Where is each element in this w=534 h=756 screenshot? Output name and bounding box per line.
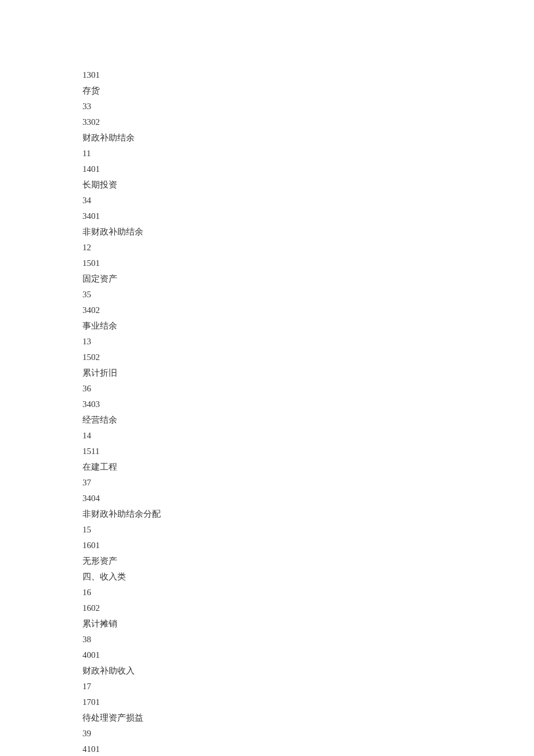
text-line: 14 <box>82 428 534 444</box>
text-line: 1401 <box>82 161 534 177</box>
text-line: 1701 <box>82 694 534 710</box>
text-line: 固定资产 <box>82 271 534 287</box>
text-line: 3302 <box>82 114 534 130</box>
text-line: 33 <box>82 99 534 114</box>
text-line: 3401 <box>82 208 534 224</box>
text-line: 11 <box>82 146 534 161</box>
text-line: 34 <box>82 193 534 208</box>
text-line: 事业结余 <box>82 318 534 334</box>
document-page: 1301存货333302财政补助结余111401长期投资343401非财政补助结… <box>0 0 534 756</box>
text-line: 35 <box>82 287 534 303</box>
text-line: 长期投资 <box>82 177 534 193</box>
text-line: 1601 <box>82 538 534 553</box>
text-line: 16 <box>82 585 534 600</box>
text-line: 12 <box>82 240 534 255</box>
text-line: 17 <box>82 679 534 694</box>
text-line: 39 <box>82 726 534 741</box>
text-line: 存货 <box>82 83 534 99</box>
text-line: 1502 <box>82 350 534 365</box>
text-line: 36 <box>82 381 534 397</box>
text-line: 38 <box>82 632 534 647</box>
text-line: 累计摊销 <box>82 616 534 632</box>
text-line: 13 <box>82 334 534 350</box>
text-line: 非财政补助结余分配 <box>82 506 534 522</box>
text-line: 非财政补助结余 <box>82 224 534 240</box>
text-line: 1301 <box>82 67 534 83</box>
text-line: 财政补助结余 <box>82 130 534 146</box>
text-line: 37 <box>82 475 534 491</box>
text-line: 1602 <box>82 600 534 616</box>
text-line: 1511 <box>82 444 534 459</box>
text-line: 3402 <box>82 303 534 318</box>
text-line: 累计折旧 <box>82 365 534 381</box>
text-line: 3404 <box>82 491 534 506</box>
text-line: 4101 <box>82 741 534 756</box>
text-line: 经营结余 <box>82 412 534 428</box>
text-line: 15 <box>82 522 534 538</box>
text-line: 1501 <box>82 255 534 271</box>
text-line: 财政补助收入 <box>82 663 534 679</box>
text-line: 3403 <box>82 397 534 412</box>
text-line: 4001 <box>82 647 534 663</box>
text-line: 无形资产 <box>82 553 534 569</box>
text-line: 四、收入类 <box>82 569 534 585</box>
text-line: 在建工程 <box>82 459 534 475</box>
text-line: 待处理资产损益 <box>82 710 534 726</box>
